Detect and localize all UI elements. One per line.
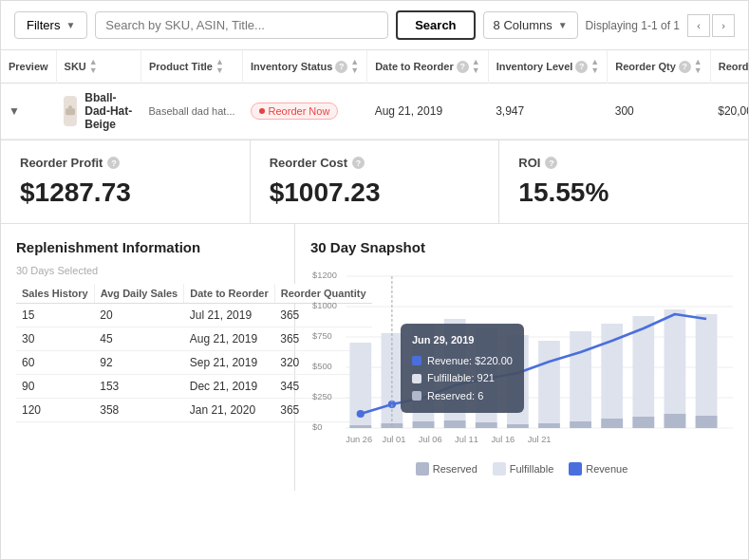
filters-button[interactable]: Filters ▼	[14, 11, 87, 39]
chart-panel: 30 Day Snapshot $1200 $1000 $750 $500 $2…	[295, 224, 748, 491]
search-button[interactable]: Search	[396, 10, 475, 40]
svg-text:$750: $750	[312, 331, 332, 341]
reorder-qty-help-icon[interactable]: ?	[679, 61, 691, 73]
svg-rect-35	[665, 414, 686, 428]
inventory-table: Preview SKU▲▼ Product Title▲▼ Inventory …	[1, 50, 748, 140]
inv-level-sort-icon[interactable]: ▲▼	[590, 58, 599, 75]
inv-level-help-icon[interactable]: ?	[575, 61, 588, 73]
rep-cell-sales-history: 120	[16, 399, 94, 422]
svg-text:Jul 21: Jul 21	[528, 435, 552, 444]
columns-select[interactable]: 8 Columns ▼	[483, 11, 578, 39]
rep-cell-date-to-reorder: Jul 21, 2019	[184, 304, 275, 327]
svg-rect-25	[349, 425, 371, 428]
title-sort-icon[interactable]: ▲▼	[215, 58, 224, 75]
cost-help-icon[interactable]: ?	[352, 157, 365, 169]
rep-col-sales-history: Sales History	[16, 284, 94, 304]
chart-title: 30 Day Snapshot	[310, 239, 733, 255]
cell-product-title: Baseball dad hat...	[140, 84, 242, 140]
chart-legend: Reserved Fulfillable Revenue	[310, 462, 733, 476]
date-sort-icon[interactable]: ▲▼	[472, 58, 480, 75]
legend-reserved: Reserved	[416, 462, 477, 476]
legend-revenue-swatch	[569, 462, 582, 476]
product-thumbnail	[64, 96, 77, 126]
rep-col-date-reorder: Date to Reorder	[184, 284, 275, 304]
date-reorder-help-icon[interactable]: ?	[457, 61, 469, 73]
col-preview: Preview	[1, 50, 56, 84]
legend-revenue-label: Revenue	[586, 463, 627, 475]
legend-fulfillable-label: Fulfillable	[510, 463, 553, 475]
profit-help-icon[interactable]: ?	[107, 157, 120, 169]
rep-cell-date-to-reorder: Aug 21, 2019	[184, 327, 275, 351]
svg-rect-16	[444, 319, 466, 428]
svg-rect-33	[601, 419, 623, 428]
roi-help-icon[interactable]: ?	[545, 157, 557, 169]
metric-reorder-profit: Reorder Profit ? $1287.73	[1, 140, 251, 223]
rep-cell-sales-history: 30	[16, 327, 94, 351]
metric-value-roi: 15.55%	[518, 177, 729, 208]
chart-area: $1200 $1000 $750 $500 $250 $0	[310, 267, 733, 457]
metric-label-cost: Reorder Cost ?	[270, 156, 480, 170]
inv-status-sort-icon[interactable]: ▲▼	[350, 58, 359, 75]
toolbar: Filters ▼ Search 8 Columns ▼ Displaying …	[1, 1, 748, 50]
cell-expand: ▼	[1, 84, 56, 140]
legend-reserved-label: Reserved	[433, 463, 477, 475]
product-title-value: Baseball dad hat...	[148, 105, 234, 117]
cell-inventory-status: Reorder Now	[243, 84, 367, 140]
col-product-title: Product Title▲▼	[140, 50, 242, 84]
rep-cell-avg-daily-sales: 45	[94, 327, 184, 351]
rep-cell-sales-history: 15	[16, 304, 94, 327]
metric-label-roi: ROI ?	[518, 156, 729, 170]
svg-rect-28	[444, 420, 466, 428]
rep-cell-date-to-reorder: Jan 21, 2020	[184, 399, 275, 422]
reorder-now-badge: Reorder Now	[251, 103, 339, 120]
reorder-dot	[259, 108, 265, 114]
legend-fulfillable: Fulfillable	[493, 462, 553, 476]
col-date-to-reorder: Date to Reorder?▲▼	[367, 50, 488, 84]
svg-rect-0	[66, 108, 75, 115]
svg-rect-15	[413, 324, 435, 428]
svg-text:Jul 16: Jul 16	[491, 435, 515, 444]
svg-rect-23	[665, 309, 686, 428]
svg-text:Jul 11: Jul 11	[455, 435, 478, 444]
columns-dropdown-icon: ▼	[558, 20, 568, 30]
table-row: ▼ Bball-Dad-Hat-Beige Baseball dad hat..…	[1, 84, 748, 140]
svg-text:Jul 01: Jul 01	[383, 435, 406, 444]
content-row: Replenishment Information 30 Days Select…	[1, 224, 748, 491]
metric-reorder-cost: Reorder Cost ? $1007.23	[251, 140, 500, 223]
row-expand-icon[interactable]: ▼	[9, 104, 20, 118]
filters-dropdown-icon: ▼	[66, 20, 75, 30]
next-page-button[interactable]: ›	[712, 14, 735, 37]
svg-rect-21	[601, 324, 623, 428]
search-input[interactable]	[95, 11, 388, 39]
reorder-qty-sort-icon[interactable]: ▲▼	[694, 58, 702, 75]
metric-label-profit: Reorder Profit ?	[20, 156, 231, 170]
rep-col-avg-daily: Avg Daily Sales	[94, 284, 184, 304]
cell-reorder-cost: $20,000	[710, 84, 748, 140]
svg-rect-24	[696, 314, 718, 428]
legend-fulfillable-swatch	[493, 462, 506, 476]
svg-rect-34	[632, 417, 654, 428]
app-container: Filters ▼ Search 8 Columns ▼ Displaying …	[0, 0, 749, 560]
svg-rect-22	[632, 316, 654, 428]
rep-cell-avg-daily-sales: 20	[94, 304, 184, 327]
svg-point-37	[357, 410, 365, 418]
cell-reorder-qty: 300	[608, 84, 711, 140]
inventory-table-wrap: Preview SKU▲▼ Product Title▲▼ Inventory …	[1, 50, 748, 140]
filters-label: Filters	[27, 18, 60, 32]
col-reorder-cost: Reorder Cost?▲▼	[710, 50, 748, 84]
inventory-status-help-icon[interactable]: ?	[335, 61, 347, 73]
prev-page-button[interactable]: ‹	[687, 14, 710, 37]
svg-rect-27	[413, 421, 435, 428]
svg-rect-30	[507, 424, 529, 428]
metric-value-profit: $1287.73	[20, 177, 231, 208]
sku-sort-icon[interactable]: ▲▼	[89, 58, 98, 75]
replenishment-title: Replenishment Information	[16, 239, 279, 255]
svg-rect-29	[476, 422, 497, 428]
col-inventory-status: Inventory Status?▲▼	[243, 50, 367, 84]
rep-cell-date-to-reorder: Dec 21, 2019	[184, 375, 275, 399]
legend-reserved-swatch	[416, 462, 429, 476]
cell-date-to-reorder: Aug 21, 2019	[367, 84, 488, 140]
sku-value: Bball-Dad-Hat-Beige	[84, 91, 133, 131]
rep-cell-sales-history: 90	[16, 375, 94, 399]
svg-text:Jun 26: Jun 26	[346, 435, 372, 444]
